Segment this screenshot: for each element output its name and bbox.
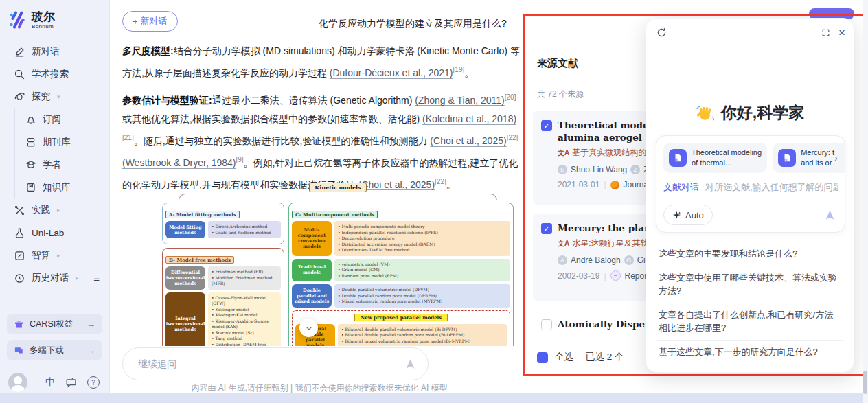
- dialog-card-toolbar: Auto: [663, 205, 836, 225]
- select-all-label[interactable]: 全选: [555, 351, 573, 363]
- citation-ref[interactable]: [20]: [505, 93, 516, 101]
- doc-chip-title: Mercury: tand its or: [801, 148, 834, 168]
- journal-stack-icon: [25, 137, 36, 148]
- answer-paragraph: 参数估计与模型验证:通过最小二乘法、遗传算法 (Genetic Algorith…: [122, 88, 521, 194]
- auto-mode-button[interactable]: Auto: [663, 205, 713, 225]
- citation-link[interactable]: (Westbrook & Dryer, 1984): [122, 157, 236, 168]
- user-avatar[interactable]: [8, 373, 27, 392]
- select-all-checkbox-indeterminate[interactable]: −: [537, 352, 548, 363]
- language-toggle[interactable]: 中: [45, 376, 55, 389]
- figure-bullet-list: volumetric model (VM)Grain model (GM)Ran…: [334, 259, 510, 282]
- dialog-input-line[interactable]: 文献对话 对所选文献,输入任何想了解的问题。: [663, 181, 838, 194]
- sidebar-item-practice[interactable]: 实践 ▸: [0, 199, 109, 222]
- figure-box-multi-component: C- Multi-component methods Multi-compone…: [288, 203, 514, 346]
- citation-link[interactable]: (Choi et al., 2025): [430, 135, 506, 146]
- citation-link[interactable]: (Zhong & Tian, 2011): [415, 94, 504, 105]
- feedback-bubble-icon[interactable]: [65, 377, 77, 389]
- dialog-input-placeholder: 对所选文献,输入任何想了解的问题。: [705, 181, 838, 194]
- new-chat-button[interactable]: + 新对话: [122, 11, 178, 32]
- suggested-question[interactable]: 基于这些文章,下一步的研究方向是什么?: [657, 341, 843, 365]
- sidebar-item-label: 订阅: [43, 113, 61, 126]
- answer-paragraph: 多尺度模型:结合分子动力学模拟 (MD simulations) 和动力学蒙特卡…: [122, 41, 521, 82]
- sidebar-item-uni-lab[interactable]: Uni-Lab: [0, 222, 109, 244]
- wave-hand-icon: [696, 104, 714, 122]
- sidebar-item-label: 新对话: [32, 45, 60, 58]
- answer-content: 多尺度模型:结合分子动力学模拟 (MD simulations) 和动力学蒙特卡…: [122, 41, 521, 199]
- expand-icon[interactable]: [821, 28, 830, 37]
- logo-subtitle: Bohrium: [32, 23, 55, 30]
- citation-ref[interactable]: [9]: [236, 156, 243, 163]
- chips-scroll-right-icon[interactable]: ›: [834, 152, 838, 163]
- collapse-sidebar-icon[interactable]: ≡: [93, 273, 100, 284]
- dialog-input-card[interactable]: Theoretical modelingof thermal... Mercur…: [656, 135, 845, 233]
- arrow-right-icon: →: [87, 319, 95, 330]
- plus-icon: +: [133, 16, 138, 27]
- chevron-down-icon: ▾: [57, 93, 60, 100]
- sidebar-item-scholars[interactable]: 学者: [15, 154, 109, 176]
- figure-bullet-list: Friedman method (FR)Modified Friedman me…: [208, 266, 281, 290]
- kinetic-models-figure[interactable]: Kinetic models A- Model fitting methods …: [162, 183, 514, 346]
- figure-bullet-list: Direct Arrhenius methodCoats and Redfern…: [208, 221, 281, 238]
- figure-box-model-fitting: A- Model fitting methods Model fitting m…: [162, 203, 284, 244]
- suggested-question[interactable]: 这些文章的主要发现和结论是什么?: [657, 242, 843, 266]
- source-checkbox-unchecked[interactable]: [541, 319, 552, 330]
- suggested-questions: 这些文章的主要发现和结论是什么? 这些文章中使用了哪些关键技术、算法或实验方法?…: [657, 242, 843, 365]
- figure-new-models-box: New proposed parallel models Bilateral d…: [292, 310, 510, 347]
- expand-answer-button[interactable]: [299, 319, 318, 337]
- suggested-question[interactable]: 文章各自提出了什么创新点,和已有研究/方法相比进步在哪里?: [657, 303, 843, 341]
- multi-device-download-card[interactable]: 多端下载 →: [7, 340, 102, 360]
- sidebar-item-history[interactable]: 历史对话 ▸ ≡: [0, 267, 109, 290]
- conversation-title: 化学反应动力学模型的建立及其应用是什么?: [319, 18, 507, 30]
- figure-brace: [179, 194, 497, 200]
- sidebar-item-label: 实践: [32, 204, 50, 216]
- help-icon[interactable]: ?: [87, 376, 100, 389]
- search-icon: [14, 69, 25, 80]
- citation-link[interactable]: (Dufour-Décieux et al., 2021): [330, 67, 453, 78]
- figure-bullet-list: Multi-pseudo components model theoryInde…: [334, 221, 510, 256]
- sidebar-item-label: Uni-Lab: [32, 228, 64, 238]
- term-bold: 参数估计与模型验证:: [122, 94, 212, 105]
- sources-count: 共 72 个来源: [537, 89, 584, 100]
- scrollbar-thumb[interactable]: [863, 371, 867, 394]
- greeting-text: 你好,科学家: [721, 102, 804, 124]
- figure-label: Double parallel and mixed models: [292, 284, 332, 308]
- dialog-header: ×: [656, 27, 845, 38]
- translate-icon: 文A: [558, 148, 569, 158]
- sidebar-item-smart-compute[interactable]: 智算 ▸: [0, 244, 109, 267]
- figure-box-header: New proposed parallel models: [354, 314, 448, 321]
- suggested-question[interactable]: 这些文章中使用了哪些关键技术、算法或实验方法?: [657, 266, 843, 303]
- figure-label: Differential isoconversional methods: [165, 266, 205, 290]
- dialog-send-icon[interactable]: [823, 209, 836, 222]
- sidebar-item-label: 期刊库: [43, 136, 71, 148]
- figure-label: Model fitting methods: [165, 221, 205, 238]
- sidebar-item-label: 学者: [43, 159, 61, 171]
- sidebar-item-new-chat[interactable]: 新对话: [0, 41, 109, 63]
- sidebar-footer: 中 ?: [8, 373, 100, 392]
- followup-input-bar[interactable]: [122, 347, 429, 380]
- smart-compute-icon: [14, 250, 25, 262]
- brand-logo[interactable]: 玻尔 Bohrium: [8, 11, 109, 30]
- doc-chip[interactable]: Theoretical modelingof thermal...: [663, 143, 767, 173]
- dialog-greeting: 你好,科学家: [646, 102, 854, 124]
- sidebar-item-journal-library[interactable]: 期刊库: [15, 131, 109, 154]
- sidebar-item-explore[interactable]: 探究 ▾: [0, 86, 109, 108]
- author-avatar: G: [624, 255, 634, 265]
- source-checkbox-checked[interactable]: ✓: [541, 223, 552, 234]
- sidebar-item-academic-search[interactable]: 学术搜索: [0, 63, 109, 86]
- refresh-icon[interactable]: [656, 27, 667, 38]
- selected-count: 已选 2 个: [586, 351, 624, 363]
- sidebar-item-label: 智算: [32, 249, 50, 262]
- citation-link[interactable]: (Koledina et al., 2018): [422, 113, 516, 124]
- sidebar-item-knowledge-base[interactable]: 知识库: [15, 176, 109, 199]
- source-checkbox-checked[interactable]: ✓: [541, 120, 552, 131]
- scrollbar-track[interactable]: [863, 0, 868, 403]
- send-icon[interactable]: [404, 358, 417, 371]
- carsi-benefits-card[interactable]: CARSI权益 →: [7, 314, 102, 334]
- close-icon[interactable]: ×: [838, 27, 845, 38]
- citation-ref[interactable]: [19]: [453, 66, 465, 73]
- citation-ref[interactable]: [22]: [507, 134, 518, 141]
- sidebar-item-subscribe[interactable]: 订阅: [15, 108, 109, 131]
- followup-input[interactable]: [137, 358, 404, 370]
- citation-ref[interactable]: [21]: [122, 134, 134, 141]
- figure-bullet-list: Ozawa-Flynn-Wall model (OFW)Kissinger mo…: [208, 292, 281, 347]
